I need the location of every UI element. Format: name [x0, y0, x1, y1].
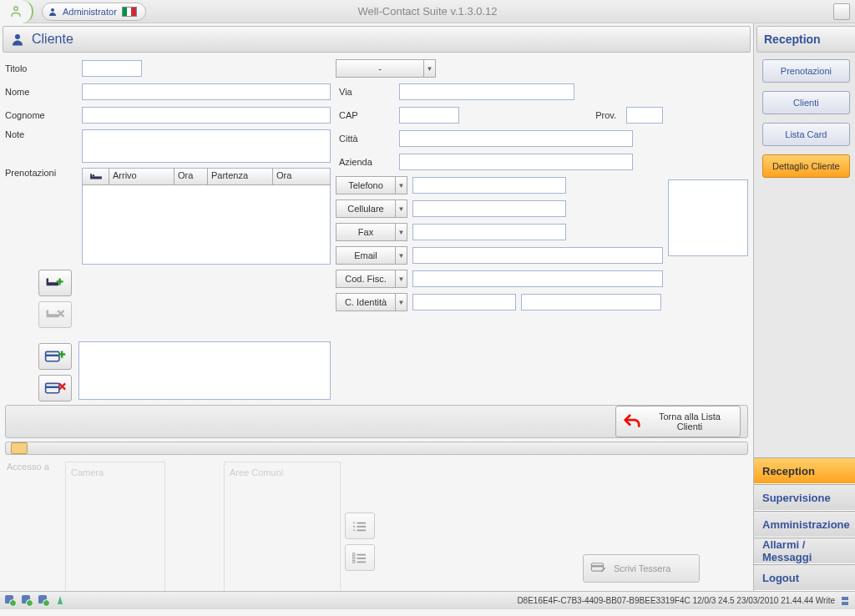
sidebar-item-clienti[interactable]: Clienti [762, 91, 850, 114]
sidebar-header: Reception [756, 26, 855, 53]
section-logout[interactable]: Logout [754, 564, 855, 591]
svg-rect-18 [591, 565, 603, 567]
telefono-combo[interactable]: Telefono▼ [336, 176, 407, 194]
card-write-icon [590, 563, 607, 574]
cident-input1[interactable] [412, 294, 516, 311]
svg-point-0 [14, 7, 18, 11]
svg-point-2 [15, 34, 20, 39]
status-icon [22, 595, 33, 607]
add-card-button[interactable] [38, 343, 72, 370]
cellulare-combo[interactable]: Cellulare▼ [336, 199, 407, 218]
svg-rect-11 [46, 355, 59, 356]
prov-input[interactable] [626, 107, 663, 124]
label-titolo: Titolo [5, 63, 77, 73]
titolo-input[interactable] [82, 60, 142, 77]
svg-rect-15 [352, 557, 355, 559]
label-nome: Nome [5, 87, 77, 97]
section-allarmi[interactable]: Allarmi / Messaggi [754, 538, 855, 564]
svg-rect-4 [90, 174, 92, 177]
section-amministrazione[interactable]: Amministrazione [754, 511, 855, 538]
list-uncheck-button[interactable] [345, 544, 375, 571]
section-reception[interactable]: Reception [754, 457, 855, 484]
email-input[interactable] [412, 247, 663, 264]
scrivi-tessera-button[interactable]: Scrivi Tessera [583, 554, 700, 583]
nome-input[interactable] [82, 83, 331, 100]
fax-combo[interactable]: Fax▼ [336, 223, 407, 241]
codfisc-combo[interactable]: Cod. Fisc.▼ [336, 270, 407, 288]
status-icon [55, 595, 67, 607]
aree-panel: Aree Comuni [224, 462, 341, 591]
citta-input[interactable] [399, 130, 633, 147]
user-chip[interactable]: Administrator [42, 3, 146, 21]
svg-point-1 [51, 8, 54, 12]
svg-point-5 [92, 174, 94, 176]
status-icon [5, 595, 17, 607]
fax-input[interactable] [412, 224, 566, 240]
status-text: D8E16E4F-C7B3-4409-BB07-B9BEE3319F4C 12/… [517, 596, 835, 605]
cognome-input[interactable] [82, 107, 331, 124]
label-cognome: Cognome [5, 110, 77, 120]
topbar: Administrator Well-Contact Suite v.1.3.0… [0, 0, 855, 23]
cellulare-input[interactable] [412, 200, 566, 217]
email-combo[interactable]: Email▼ [336, 246, 407, 265]
prenotazioni-grid[interactable]: Arrivo Ora Partenza Ora [82, 168, 331, 265]
status-icons [5, 595, 67, 607]
status-icon [38, 595, 50, 607]
window-button[interactable] [833, 3, 850, 20]
svg-rect-17 [591, 563, 603, 571]
svg-rect-3 [90, 176, 102, 179]
via-input[interactable] [399, 83, 574, 100]
back-arrow-icon [623, 412, 641, 431]
app-logo [0, 0, 33, 23]
camera-panel: Camera [65, 462, 165, 591]
cap-input[interactable] [399, 107, 459, 124]
svg-rect-7 [47, 278, 48, 283]
flag-italy-icon [122, 7, 137, 17]
page-header: Cliente [3, 26, 751, 53]
telefono-input[interactable] [412, 177, 566, 194]
cident-combo[interactable]: C. Identità▼ [336, 293, 407, 311]
svg-rect-14 [352, 553, 355, 556]
label-note: Note [5, 129, 77, 139]
status-end-icon [840, 596, 850, 606]
type-combo[interactable]: -▼ [336, 59, 436, 78]
list-check-button[interactable] [345, 512, 375, 539]
azienda-input[interactable] [399, 154, 633, 170]
page-title: Cliente [32, 32, 73, 47]
sidebar-item-listacard[interactable]: Lista Card [762, 123, 850, 146]
photo-box[interactable] [668, 179, 748, 256]
sidebar-item-prenotazioni[interactable]: Prenotazioni [762, 59, 850, 83]
svg-rect-9 [47, 310, 48, 315]
svg-rect-20 [842, 602, 848, 605]
section-supervisione[interactable]: Supervisione [754, 484, 855, 511]
remove-booking-button[interactable] [38, 301, 72, 328]
extra-textarea[interactable] [78, 341, 331, 400]
status-bar: D8E16E4F-C7B3-4409-BB07-B9BEE3319F4C 12/… [0, 591, 855, 609]
back-bar: Torna alla Lista Clienti [5, 405, 748, 438]
chevron-down-icon: ▼ [424, 59, 436, 78]
sidebar-item-dettaglio[interactable]: Dettaglio Cliente [762, 154, 850, 178]
codfisc-input[interactable] [412, 270, 663, 287]
user-icon [10, 32, 25, 47]
back-button[interactable]: Torna alla Lista Clienti [615, 406, 741, 437]
people-icon [8, 4, 23, 19]
cident-input2[interactable] [521, 294, 661, 311]
user-icon [48, 7, 58, 17]
card-bar [5, 442, 748, 455]
sidebar: Reception Prenotazioni Clienti Lista Car… [753, 23, 855, 591]
add-booking-button[interactable] [38, 270, 72, 296]
user-name: Administrator [63, 7, 117, 17]
note-input[interactable] [82, 129, 331, 163]
grid-header: Arrivo Ora Partenza Ora [83, 169, 330, 185]
bed-icon [89, 173, 103, 181]
svg-rect-19 [842, 597, 848, 600]
label-prenotazioni: Prenotazioni [5, 168, 77, 178]
card-icon [11, 442, 28, 454]
remove-card-button[interactable] [38, 375, 72, 401]
svg-rect-13 [46, 386, 59, 388]
svg-rect-16 [352, 561, 355, 563]
